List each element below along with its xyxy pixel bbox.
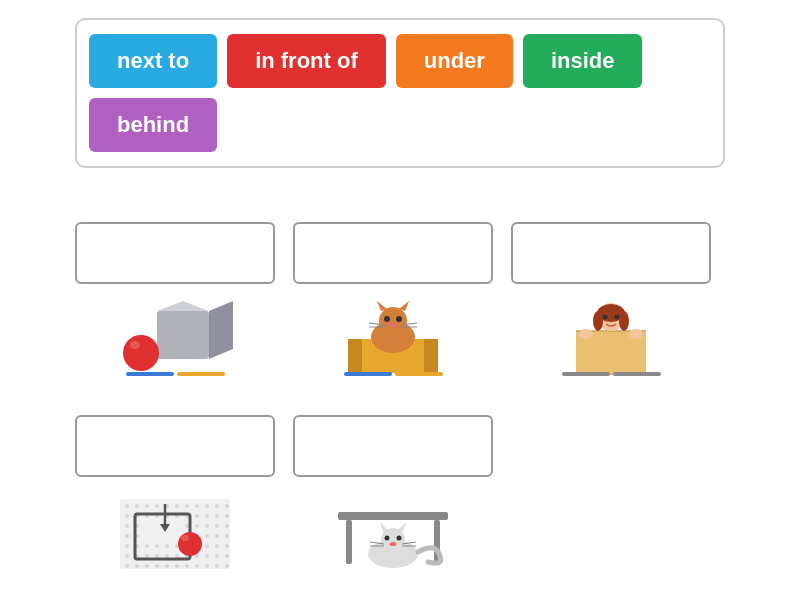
answer-row-1 [75, 222, 725, 284]
svg-point-23 [593, 311, 603, 331]
svg-point-87 [225, 554, 229, 558]
svg-point-82 [175, 554, 179, 558]
drag-handle-1[interactable] [115, 370, 235, 378]
svg-point-58 [225, 524, 229, 528]
svg-point-75 [215, 544, 219, 548]
svg-point-74 [205, 544, 209, 548]
svg-point-92 [165, 564, 169, 568]
svg-point-81 [165, 554, 169, 558]
svg-point-113 [390, 542, 397, 546]
svg-point-49 [205, 514, 209, 518]
svg-point-3 [123, 335, 159, 371]
svg-point-88 [125, 564, 129, 568]
cat-under-table-image [293, 494, 493, 574]
svg-point-35 [175, 504, 179, 508]
svg-point-68 [145, 544, 149, 548]
image-row-1 [75, 298, 725, 378]
image-cell-4 [75, 494, 275, 574]
svg-point-66 [125, 544, 129, 548]
svg-point-54 [185, 524, 189, 528]
image-cell-1 [75, 298, 275, 378]
svg-point-89 [135, 564, 139, 568]
svg-point-50 [215, 514, 219, 518]
svg-point-33 [155, 504, 159, 508]
word-in-front-of[interactable]: in front of [227, 34, 386, 88]
svg-point-36 [185, 504, 189, 508]
svg-point-26 [615, 315, 620, 320]
svg-point-48 [195, 514, 199, 518]
word-inside[interactable]: inside [523, 34, 643, 88]
svg-point-90 [145, 564, 149, 568]
image-cell-5 [293, 494, 493, 574]
svg-point-32 [145, 504, 149, 508]
answer-box-3[interactable] [511, 222, 711, 284]
svg-point-55 [195, 524, 199, 528]
svg-point-38 [205, 504, 209, 508]
svg-point-37 [195, 504, 199, 508]
svg-point-4 [130, 341, 140, 349]
word-next-to[interactable]: next to [89, 34, 217, 88]
answer-box-5[interactable] [293, 415, 493, 477]
word-bank: next to in front of under inside behind [75, 18, 725, 168]
svg-point-30 [125, 504, 129, 508]
svg-point-9 [379, 307, 407, 335]
svg-point-24 [619, 311, 629, 331]
svg-point-95 [195, 564, 199, 568]
svg-point-13 [396, 316, 402, 322]
image-cell-2 [293, 298, 493, 378]
svg-point-97 [215, 564, 219, 568]
svg-point-41 [125, 514, 129, 518]
svg-point-31 [135, 504, 139, 508]
girl-behind-box-image [511, 298, 711, 378]
svg-point-52 [125, 524, 129, 528]
svg-point-77 [125, 554, 129, 558]
svg-marker-10 [377, 301, 387, 311]
image-cell-3 [511, 298, 711, 378]
svg-point-80 [155, 554, 159, 558]
svg-point-79 [145, 554, 149, 558]
svg-point-111 [385, 536, 390, 541]
svg-point-96 [205, 564, 209, 568]
svg-point-63 [205, 534, 209, 538]
svg-point-25 [603, 315, 608, 320]
answer-row-2 [75, 415, 505, 477]
drag-handle-2[interactable] [333, 370, 453, 378]
word-under[interactable]: under [396, 34, 513, 88]
answer-box-1[interactable] [75, 222, 275, 284]
svg-rect-105 [346, 520, 352, 564]
svg-marker-11 [399, 301, 409, 311]
svg-rect-0 [157, 311, 209, 359]
svg-point-28 [629, 329, 643, 339]
svg-marker-109 [380, 522, 390, 532]
svg-rect-104 [338, 512, 448, 520]
svg-point-14 [389, 323, 397, 328]
svg-point-59 [125, 534, 129, 538]
svg-point-65 [225, 534, 229, 538]
svg-point-56 [205, 524, 209, 528]
svg-point-86 [215, 554, 219, 558]
svg-point-76 [225, 544, 229, 548]
answer-box-2[interactable] [293, 222, 493, 284]
svg-point-102 [178, 532, 202, 556]
svg-point-112 [397, 536, 402, 541]
svg-point-69 [155, 544, 159, 548]
svg-point-39 [215, 504, 219, 508]
word-behind[interactable]: behind [89, 98, 217, 152]
svg-point-12 [384, 316, 390, 322]
drag-handle-3[interactable] [551, 370, 671, 378]
svg-point-70 [165, 544, 169, 548]
svg-point-57 [215, 524, 219, 528]
cat-inside-box-image [293, 298, 493, 378]
svg-point-27 [579, 329, 593, 339]
svg-marker-1 [157, 301, 209, 311]
answer-box-4[interactable] [75, 415, 275, 477]
svg-rect-7 [424, 339, 438, 373]
svg-point-93 [175, 564, 179, 568]
svg-marker-110 [396, 522, 406, 532]
svg-point-98 [225, 564, 229, 568]
svg-point-64 [215, 534, 219, 538]
svg-point-40 [225, 504, 229, 508]
svg-rect-6 [348, 339, 362, 373]
svg-point-85 [205, 554, 209, 558]
ball-inside-frame-image [75, 494, 275, 574]
